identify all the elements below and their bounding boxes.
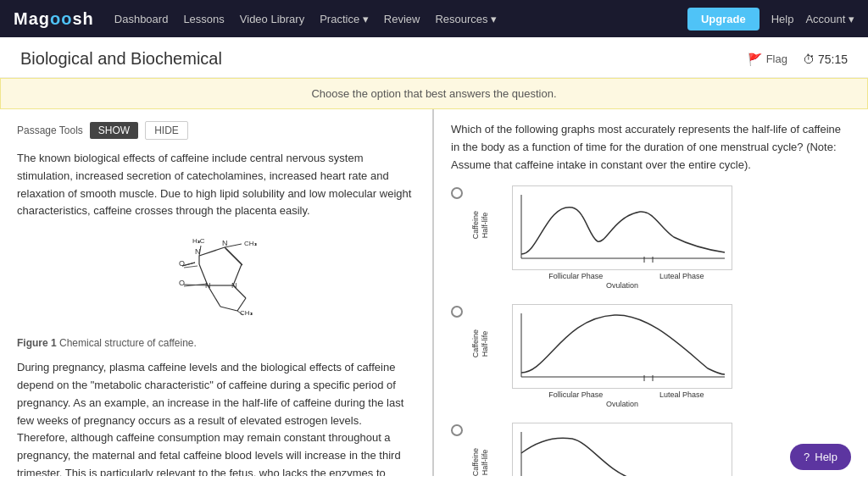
nav-links: Dashboard Lessons Video Library Practice… [114, 13, 687, 25]
svg-line-0 [199, 247, 225, 256]
question-text: Which of the following graphs most accur… [451, 121, 851, 174]
nav-review[interactable]: Review [384, 13, 420, 25]
left-panel: Passage Tools SHOW HIDE The known biolog… [0, 109, 434, 476]
svg-text:H₃C: H₃C [192, 237, 205, 245]
timer: ⏱ 75:15 [803, 53, 848, 66]
radio-c[interactable] [451, 424, 463, 436]
timer-value: 75:15 [818, 53, 848, 66]
upgrade-button[interactable]: Upgrade [687, 8, 760, 30]
graph-svg-b [513, 305, 733, 390]
instruction-bar: Choose the option that best answers the … [0, 78, 868, 109]
radio-b[interactable] [451, 306, 463, 318]
page-title: Biological and Biochemical [20, 49, 222, 69]
page-container: Biological and Biochemical 🚩 Flag ⏱ 75:1… [0, 37, 868, 487]
graph-y-label-a: CaffeineHalf-life [471, 211, 490, 239]
graph-b: CaffeineHalf-life [470, 304, 851, 409]
clock-icon: ⏱ [803, 53, 815, 66]
answer-option-b: CaffeineHalf-life [451, 304, 851, 409]
svg-text:N: N [231, 281, 237, 290]
graph-box-a [512, 185, 732, 270]
svg-text:N: N [222, 239, 228, 247]
figure-container: N N N N O O H₃C CH₃ [17, 230, 415, 349]
page-header: Biological and Biochemical 🚩 Flag ⏱ 75:1… [0, 37, 868, 78]
passage-tools: Passage Tools SHOW HIDE [17, 121, 415, 140]
figure-caption: Figure 1 Chemical structure of caffeine. [17, 337, 415, 349]
logo-accent: oo [50, 9, 72, 28]
answer-option-a: CaffeineHalf-life [451, 185, 851, 291]
svg-text:O: O [179, 259, 185, 268]
graph-wrapper-c: CaffeineHalf-life [512, 423, 732, 476]
svg-text:CH₃: CH₃ [240, 309, 253, 317]
nav-practice[interactable]: Practice ▾ [320, 13, 369, 25]
graph-wrapper-a: CaffeineHalf-life [512, 185, 732, 290]
figure-caption-text: Chemical structure of caffeine. [57, 337, 197, 349]
right-panel: Which of the following graphs most accur… [434, 109, 868, 476]
hide-button[interactable]: HIDE [145, 121, 188, 140]
chemical-structure-svg: N N N N O O H₃C CH₃ [131, 230, 301, 332]
nav-help[interactable]: Help [771, 13, 794, 25]
graph-ovulation-b: Ovulation [512, 400, 732, 408]
passage-tools-label: Passage Tools [17, 125, 83, 136]
graph-x-labels-b: Follicular Phase Luteal Phase [512, 390, 732, 399]
graph-ovulation-a: Ovulation [512, 281, 732, 290]
nav-video-library[interactable]: Video Library [240, 13, 304, 25]
passage-paragraph-2: During pregnancy, plasma caffeine levels… [17, 359, 415, 476]
show-button[interactable]: SHOW [90, 122, 138, 139]
flag-icon: 🚩 [748, 53, 762, 66]
nav-right: Upgrade Help Account ▾ [687, 8, 854, 30]
graph-svg-a [513, 186, 733, 271]
navigation: Magoosh Dashboard Lessons Video Library … [0, 0, 868, 37]
graph-y-label-c: CaffeineHalf-life [471, 448, 490, 476]
nav-dashboard[interactable]: Dashboard [114, 13, 169, 25]
help-icon: ? [804, 451, 810, 463]
x-label-luteal-b: Luteal Phase [659, 390, 704, 399]
svg-line-19 [184, 266, 198, 268]
graph-box-c [512, 423, 732, 476]
graph-svg-c [513, 423, 733, 476]
x-label-follicular-a: Follicular Phase [548, 272, 603, 280]
graph-x-labels-a: Follicular Phase Luteal Phase [512, 272, 732, 280]
help-fab-label: Help [815, 451, 837, 463]
svg-text:CH₃: CH₃ [244, 240, 257, 247]
svg-line-10 [225, 248, 242, 265]
nav-lessons[interactable]: Lessons [183, 13, 224, 25]
graph-a: CaffeineHalf-life [470, 185, 851, 291]
figure-label: Figure 1 [17, 337, 57, 349]
graph-y-label-b: CaffeineHalf-life [471, 329, 490, 357]
nav-resources[interactable]: Resources ▾ [435, 13, 497, 25]
graph-wrapper-b: CaffeineHalf-life [512, 304, 732, 408]
svg-text:O: O [179, 279, 185, 287]
instruction-text: Choose the option that best answers the … [311, 87, 556, 100]
svg-line-8 [220, 307, 237, 311]
graph-box-b [512, 304, 732, 389]
flag-label: Flag [766, 53, 787, 65]
content-area: Passage Tools SHOW HIDE The known biolog… [0, 109, 868, 476]
radio-a[interactable] [451, 187, 463, 199]
flag-button[interactable]: 🚩 Flag [748, 53, 787, 66]
x-label-luteal-a: Luteal Phase [659, 272, 704, 280]
passage-paragraph-1: The known biological effects of caffeine… [17, 150, 415, 220]
help-fab-button[interactable]: ? Help [790, 444, 851, 470]
header-actions: 🚩 Flag ⏱ 75:15 [748, 53, 848, 66]
nav-account[interactable]: Account ▾ [805, 13, 854, 25]
x-label-follicular-b: Follicular Phase [548, 390, 603, 399]
logo: Magoosh [14, 9, 94, 29]
